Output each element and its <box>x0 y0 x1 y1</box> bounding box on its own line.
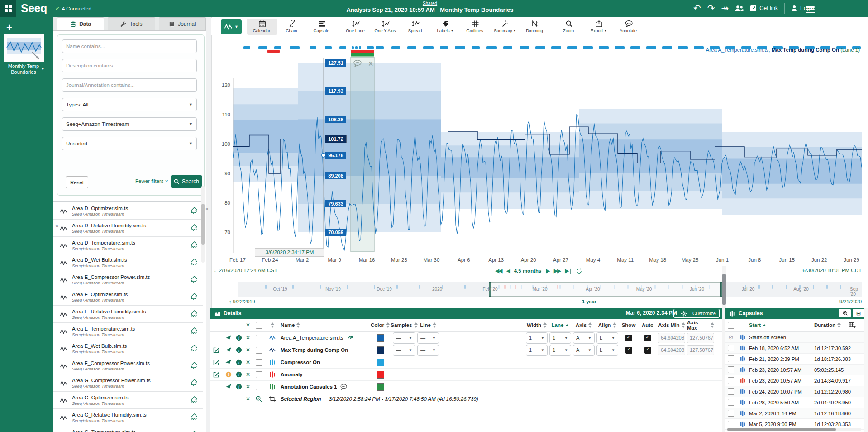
capsule-row[interactable]: Mar 2, 2020 1:14 PM 1d 12:16:18.660 <box>725 408 867 419</box>
select-all-capsules-checkbox[interactable] <box>728 322 734 329</box>
library-item[interactable]: Area G_Relative Humidity.sim.ts Seeq+Ama… <box>53 409 203 426</box>
info-icon[interactable] <box>236 347 242 353</box>
info-icon[interactable] <box>236 371 242 378</box>
row-checkbox[interactable] <box>256 335 262 341</box>
app-grid-button[interactable] <box>0 0 16 17</box>
name-filter-input[interactable] <box>62 39 197 53</box>
toolbar-button-one-lane[interactable]: One Lane <box>341 19 371 35</box>
range-end[interactable]: 6/30/2020 10:01 PM CDT <box>803 268 862 273</box>
library-item[interactable]: Area G_Temperature.sim.ts Seeq+Amazon Ti… <box>53 426 203 432</box>
capsule-bar[interactable] <box>376 46 384 49</box>
remove-icon[interactable]: ✕ <box>244 359 252 365</box>
pin-icon[interactable] <box>191 327 197 334</box>
tab-tools[interactable]: Tools <box>108 17 155 30</box>
lane-dropdown[interactable]: 1▼ <box>549 332 571 344</box>
collapse-sidebar-handle[interactable]: « <box>55 222 58 229</box>
refresh-icon[interactable] <box>576 268 582 274</box>
trend-chart[interactable]: ✕120110100908070Feb 17Feb 24Mar 2Mar 9Ma… <box>211 35 868 265</box>
library-item[interactable]: Area E_Wet Bulb.sim.ts Seeq+Amazon Times… <box>53 340 203 357</box>
view-mode-dropdown[interactable]: ▼ <box>221 19 242 34</box>
description-filter-input[interactable] <box>62 59 197 72</box>
step-to-end-button[interactable]: ▶❘ <box>565 268 572 274</box>
info-icon[interactable] <box>236 335 242 341</box>
toolbar-button-export[interactable]: Export▼ <box>584 19 614 35</box>
capsule-bar[interactable] <box>274 46 281 49</box>
capsule-bar[interactable] <box>615 46 625 49</box>
column-name[interactable]: Name <box>281 322 367 328</box>
toolbar-button-calendar[interactable]: Calendar <box>247 19 277 35</box>
get-link-button[interactable]: Get link <box>750 5 778 12</box>
step-forward-fast-button[interactable]: ▶▶ <box>554 268 560 274</box>
capsule-bar[interactable] <box>599 46 609 49</box>
column-axis-max[interactable]: Axis Max <box>687 320 714 331</box>
sort-select[interactable]: Unsorted▼ <box>62 137 197 150</box>
row-name[interactable]: Annotation Capsules 1 <box>281 384 337 389</box>
capsule-bar[interactable] <box>325 46 332 49</box>
toolbar-button-summary[interactable]: Summary▼ <box>490 19 520 35</box>
warning-icon[interactable] <box>225 371 232 378</box>
capsule-bar[interactable] <box>423 46 434 49</box>
auto-checkbox[interactable] <box>644 335 651 341</box>
info-icon[interactable] <box>236 359 242 365</box>
capsule-checkbox[interactable] <box>728 366 734 373</box>
selected-region[interactable] <box>351 57 374 252</box>
library-item[interactable]: Area E_Compressor Power.sim.ts Seeq+Amaz… <box>53 271 203 288</box>
remove-icon[interactable]: ✕ <box>244 371 252 378</box>
trend-chart-canvas[interactable]: ✕120110100908070Feb 17Feb 24Mar 2Mar 9Ma… <box>211 35 868 265</box>
capsule-checkbox[interactable] <box>728 388 734 395</box>
toolbar-button-capsule[interactable]: Capsule <box>307 19 337 35</box>
align-dropdown[interactable]: L▼ <box>596 345 618 356</box>
row-name[interactable]: Anomaly <box>281 372 303 377</box>
pin-icon[interactable] <box>191 276 197 283</box>
pin-icon[interactable] <box>191 259 197 265</box>
hamburger-menu-button[interactable] <box>806 5 815 14</box>
capsule-checkbox[interactable] <box>728 345 734 351</box>
capsules-zoom-button[interactable] <box>839 309 851 317</box>
row-name[interactable]: Compressor On <box>281 360 320 365</box>
range-duration[interactable]: 4.5 months <box>514 268 542 274</box>
capsule-checkbox[interactable] <box>728 355 734 362</box>
library-item[interactable]: Area D_Optimizer.sim.ts Seeq+Amazon Time… <box>53 202 203 220</box>
pin-icon[interactable] <box>191 362 197 369</box>
column-color[interactable]: Color <box>369 322 391 328</box>
send-icon[interactable] <box>225 384 232 390</box>
collapse-data-panel-handle[interactable]: « <box>205 205 209 212</box>
search-button[interactable]: Search <box>171 175 202 188</box>
capsule-row[interactable]: Feb 23, 2020 10:57 AM 05:02:25.145 <box>725 365 867 375</box>
row-checkbox[interactable] <box>256 359 262 366</box>
toolbar-button-annotate[interactable]: Annotate <box>614 19 644 35</box>
axis-min-field[interactable]: 64.604208 <box>658 333 685 343</box>
send-icon[interactable] <box>225 347 232 353</box>
capsule-row[interactable]: Feb 28, 2020 5:50 AM 2d 04:40:26.950 <box>725 397 867 408</box>
data-panel-scrollbar[interactable] <box>201 186 205 263</box>
capsule-bar[interactable] <box>551 46 561 49</box>
capsule-bar[interactable] <box>310 46 316 49</box>
remove-icon[interactable]: ✕ <box>244 384 252 390</box>
samples-dropdown[interactable]: —▼ <box>393 332 415 344</box>
remove-icon[interactable]: ✕ <box>244 335 252 341</box>
color-swatch[interactable] <box>377 334 384 342</box>
capsules-horizontal-scrollbar[interactable] <box>727 428 861 431</box>
pin-icon[interactable] <box>191 224 197 231</box>
details-row-selected-region[interactable]: ✕ Selected Region 3/12/2020 2:58:24 PM -… <box>210 393 722 405</box>
capsule-bar[interactable] <box>503 46 512 49</box>
timebar-duration[interactable]: 1 year <box>582 299 596 304</box>
row-name[interactable]: Area A_Temperature.sim.ts <box>281 335 343 341</box>
show-checkbox[interactable] <box>625 347 632 354</box>
color-swatch[interactable] <box>377 359 384 366</box>
capsule-bar[interactable] <box>583 46 593 49</box>
customize-button[interactable]: Customize <box>673 309 720 318</box>
redo-all-button[interactable]: ↠ <box>721 4 729 13</box>
axis-dropdown[interactable]: A▼ <box>573 332 595 344</box>
library-item[interactable]: Area D_Temperature.sim.ts Seeq+Amazon Ti… <box>53 237 203 254</box>
capsule-bar[interactable] <box>339 46 346 49</box>
details-row-condition[interactable]: ✕ Anomaly <box>210 369 722 381</box>
column-align[interactable]: Align <box>596 322 618 328</box>
column-auto[interactable]: Auto <box>639 322 656 328</box>
toolbar-button-gridlines[interactable]: Gridlines <box>460 19 490 35</box>
pin-icon[interactable] <box>191 207 197 214</box>
table-columns-icon[interactable] <box>849 322 856 328</box>
capsule-bar[interactable] <box>678 46 688 49</box>
timebar-end-date[interactable]: 9/21/2020 <box>839 299 862 304</box>
capsule-bar[interactable] <box>486 46 497 49</box>
